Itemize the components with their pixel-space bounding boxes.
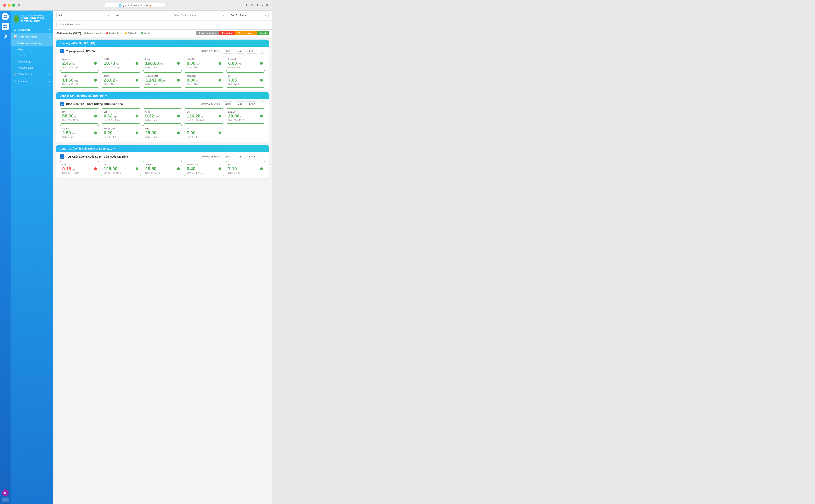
status-dot-good: Good	[141, 32, 150, 34]
station-num-2: 1	[60, 102, 64, 106]
tabs-icon[interactable]: ⊞	[266, 4, 269, 7]
filter-select-2[interactable]: All ▾	[114, 13, 169, 18]
sensor-ph3-indicator	[260, 167, 263, 170]
monitoring-icon: 📊	[14, 35, 17, 38]
chart-btn-3[interactable]: Chart	[222, 154, 233, 159]
sensor-turbidity-3: TURBIDITY 0.40 NTU Limit: 0 -> 2 NTU	[184, 161, 224, 176]
app-layout: M 🏳 🌿 iLotusLand for Environment ™ TỔNG …	[0, 11, 272, 504]
sensor-etemp-indicator	[260, 115, 263, 117]
station-active-count: Station Active (18/26)	[56, 32, 81, 35]
group-header-1[interactable]: Nhà máy nước Thủ Đức (1/1) ▾	[56, 40, 269, 47]
station-group-2: Công ty CP Cấp nước Thủ Đức (1/1) ▾ 1 DM…	[56, 92, 269, 143]
filter2-arrow: ▾	[165, 14, 167, 17]
close-button[interactable]	[3, 4, 6, 7]
group2-arrow: ▾	[106, 95, 107, 97]
svg-rect-2	[4, 17, 5, 18]
sidebar-sub-history[interactable]: History Data	[11, 59, 53, 65]
sensor-clo2-indicator	[136, 115, 138, 117]
sensor-ec3-indicator	[136, 167, 138, 170]
dashboard-label: Dashboard	[18, 28, 31, 31]
address-bar: 🌐 global.ilotusland.com 🔒	[27, 3, 243, 8]
sidebar-sub-map[interactable]: Map	[11, 46, 53, 53]
map-btn-3[interactable]: Map	[235, 154, 245, 159]
sensor-ec-2: EC 126.20 uS Limit: 0 -> 1000 uS	[184, 108, 224, 124]
station-time-3: 20/07/2023 15:40	[201, 155, 220, 158]
sharing-label: Data Sharing	[19, 73, 34, 76]
sensor-cod-indicator	[136, 62, 138, 65]
minimize-button[interactable]	[8, 4, 11, 7]
url-text: global.ilotusland.com	[123, 4, 147, 7]
sensor-flow-indicator	[177, 62, 180, 65]
sidebar-toggle-icon[interactable]: ⊡	[17, 4, 20, 7]
company-name: TỔNG CÔNG TY CẤP NƯỚC SÀI GÒN	[21, 17, 50, 23]
share-icon[interactable]: ⬆	[256, 4, 259, 7]
chart-btn-1[interactable]: Chart	[222, 49, 233, 54]
dashboard-icon: ⊞	[14, 28, 16, 31]
dot-good	[141, 32, 143, 34]
sidebar-item-data-sharing[interactable]: 🔗 Data Sharing ▾	[11, 71, 53, 78]
sensor-temp: Temp 23.02 °C Without Limit	[101, 72, 141, 88]
sidebar: 🌿 iLotusLand for Environment ™ TỔNG CÔNG…	[11, 11, 53, 504]
chart-btn-2[interactable]: Chart	[222, 101, 233, 106]
more-btn-2[interactable]: ···	[260, 101, 265, 106]
svg-rect-7	[5, 27, 7, 28]
filter1-value: All	[59, 14, 62, 17]
group-header-3[interactable]: Công Ty Cổ Phần Cấp Nước Gia Định (1/1) …	[56, 145, 269, 152]
sidebar-item-dashboard[interactable]: ⊞ Dashboard ▾	[11, 26, 53, 33]
group-header-2[interactable]: Công ty CP Cấp nước Thủ Đức (1/1) ▾	[56, 92, 269, 99]
station-name-input[interactable]	[56, 22, 255, 27]
legend-good: Good	[257, 31, 269, 35]
station-num-3: 1	[60, 154, 64, 159]
add-tab-icon[interactable]: +	[262, 4, 263, 7]
link-btn-3[interactable]: Link ▾	[247, 154, 258, 159]
settings-arrow: ▾	[49, 80, 50, 83]
station-group-3: Công Ty Cổ Phần Cấp Nước Gia Định (1/1) …	[56, 145, 269, 179]
sidebar-sub-realtime[interactable]: Real-time Monitoring	[11, 40, 53, 46]
url-box[interactable]: 🌐 global.ilotusland.com 🔒	[105, 3, 166, 8]
app-logo[interactable]	[2, 13, 9, 20]
sidebar-sub-camera[interactable]: Camera	[11, 53, 53, 59]
station-time-1: 20/07/2023 15:15	[201, 50, 220, 53]
shield-icon[interactable]: 🛡	[251, 4, 254, 7]
sensor-grid-2: BAT 68.00 % Limit: 50 -> 101 % Clo 0.62 …	[60, 108, 265, 140]
download-icon[interactable]: ⬇	[245, 4, 248, 7]
icon-bar-item-secondary[interactable]	[2, 32, 9, 40]
more-btn-1[interactable]: ···	[260, 49, 265, 54]
sensor-amoni: Amoni 2.45 mg/l Limit: ≤ 4.05 mg/l	[60, 56, 99, 71]
status-arrow: ▾	[223, 14, 224, 17]
link-btn-1[interactable]: Link ▾	[247, 49, 258, 54]
status-dot-calibration: Calibration	[125, 32, 138, 34]
sensor-flowin1: FlowIN1 0.00 m³/h Without Limit	[184, 56, 224, 71]
settings-icon: ⚙	[14, 80, 16, 83]
status-dots: Lost Connection Device Error Calibration…	[84, 32, 150, 34]
traffic-lights	[3, 4, 15, 7]
sensor-totalizerout: TotalizerOUT 3,141.00 m³ Without Limit	[143, 72, 182, 88]
sensor-flow: Flow 160.00 m³/h Without Limit	[143, 56, 182, 71]
sidebar-logo: 🌿	[14, 15, 19, 23]
station-name-2: DMA Bình Thọ - Trạm Trường THCS Bình Thọ	[66, 102, 199, 106]
station-status-filter[interactable]: Select Station Status ▾	[171, 13, 226, 18]
station-header-2: 1 DMA Bình Thọ - Trạm Trường THCS Bình T…	[60, 101, 265, 106]
sensor-cpd: CPD 0.32 KWH Without Limit	[143, 108, 182, 124]
station-actions-2: Chart Map Link ▾ ···	[222, 101, 265, 106]
nav-forward-icon[interactable]: ›	[24, 4, 25, 7]
sensor-temp-3: Temp 28.60 °C Limit: 0 -> 50 °C	[143, 161, 182, 176]
maximize-button[interactable]	[12, 4, 15, 7]
more-btn-3[interactable]: ···	[260, 154, 265, 159]
sidebar-sub-average[interactable]: Average Data	[11, 65, 53, 71]
map-btn-2[interactable]: Map	[235, 101, 245, 106]
sidebar-item-settings[interactable]: ⚙ Settings ▾	[11, 78, 53, 85]
filter-select-1[interactable]: All ▾	[56, 13, 112, 18]
map-btn-1[interactable]: Map	[235, 49, 245, 54]
sensor-clo-3: Clo 0.16 mg/l Limit: 0.2 -> 1 mg/l	[60, 161, 99, 176]
station-name-1: Trạm quan trắc NT - SXL	[66, 50, 199, 53]
svg-rect-1	[5, 15, 7, 16]
sidebar-item-data-monitoring[interactable]: 📊 Data Monitoring ▴	[11, 33, 53, 40]
icon-bar-item-main[interactable]	[2, 23, 9, 30]
nav-back-icon[interactable]: ‹	[22, 4, 23, 7]
status-dot-error: Device Error	[106, 32, 122, 34]
user-avatar-bottom[interactable]: M 🏳	[2, 489, 9, 502]
avatar[interactable]: M	[2, 489, 9, 496]
link-btn-2[interactable]: Link ▾	[247, 101, 258, 106]
sort-by-filter[interactable]: Sort By Status ▾	[228, 13, 269, 18]
